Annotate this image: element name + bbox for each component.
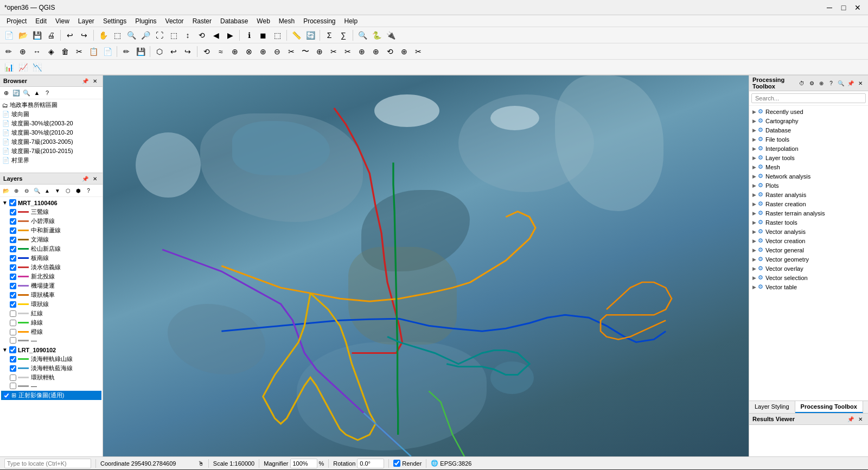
toolbox-tree-item[interactable]: ▶⚙Mesh: [750, 162, 867, 172]
browser-tree-item[interactable]: 📄村里界: [1, 156, 101, 165]
select-button[interactable]: ◼: [257, 29, 270, 42]
layer-checkbox[interactable]: [10, 301, 16, 308]
tab-processing-toolbox[interactable]: Processing Toolbox: [795, 401, 863, 413]
layer-checkbox[interactable]: [10, 374, 16, 381]
toolbox-history-button[interactable]: ⏱: [797, 79, 806, 87]
split-features-button[interactable]: ✂: [327, 45, 340, 58]
toolbox-tree-item[interactable]: ▶⚙Raster analysis: [750, 190, 867, 199]
layer-checkbox[interactable]: [10, 356, 16, 363]
refresh-button[interactable]: 🔄: [304, 29, 317, 42]
layer-item[interactable]: 文湖線: [1, 235, 101, 244]
layer-checkbox[interactable]: [10, 255, 16, 262]
split-parts-button[interactable]: ✂: [341, 45, 354, 58]
toolbox-tree-item[interactable]: ▶⚙Raster tools: [750, 218, 867, 227]
node-tool-button[interactable]: ◈: [44, 45, 58, 58]
layer-checkbox[interactable]: [10, 320, 16, 326]
browser-help-button[interactable]: ?: [42, 88, 52, 98]
group-checkbox[interactable]: [9, 199, 16, 206]
layer-checkbox[interactable]: [10, 209, 16, 215]
delete-selected-button[interactable]: 🗑: [59, 45, 72, 58]
layer-item[interactable]: 綠線: [1, 318, 101, 327]
toolbox-tree-item[interactable]: ▶⚙Vector selection: [750, 273, 867, 282]
delete-ring-button[interactable]: ⊖: [271, 45, 284, 58]
toolbox-tree-item[interactable]: ▶⚙Database: [750, 125, 867, 135]
toolbox-tree-item[interactable]: ▶⚙Raster creation: [750, 199, 867, 208]
toolbox-tree-item[interactable]: ▶⚙Vector table: [750, 282, 867, 291]
close-button[interactable]: ✕: [852, 2, 864, 14]
group-checkbox[interactable]: [9, 346, 16, 353]
toolbox-tree-item[interactable]: ▶⚙Raster terrain analysis: [750, 208, 867, 218]
layer-item[interactable]: 淡海輕軌綠山線: [1, 354, 101, 364]
move-up-button[interactable]: ▲: [42, 186, 52, 195]
rotate-button[interactable]: ⟲: [200, 45, 213, 58]
reshape-button[interactable]: 〜: [299, 45, 312, 58]
toolbox-tree-item[interactable]: ▶⚙File tools: [750, 135, 867, 144]
measure-button[interactable]: 📏: [290, 29, 303, 42]
zoom-last-button[interactable]: ◀: [209, 29, 222, 42]
collapse-all-button[interactable]: ⬢: [73, 186, 83, 195]
menu-item-settings[interactable]: Settings: [99, 16, 131, 26]
results-pin-button[interactable]: 📌: [846, 415, 855, 423]
browser-tree-item[interactable]: 📄坡向圖: [1, 110, 101, 119]
browser-collapse-button[interactable]: ▲: [32, 88, 42, 98]
layers-help-button[interactable]: ?: [84, 186, 93, 195]
move-feature-button[interactable]: ↔: [30, 45, 43, 58]
toolbox-tree-item[interactable]: ▶⚙Layer tools: [750, 153, 867, 162]
layer-checkbox[interactable]: [10, 292, 16, 298]
tab-layer-styling[interactable]: Layer Styling: [749, 401, 795, 413]
layer-item[interactable]: 環狀橘車: [1, 290, 101, 300]
save-project-button[interactable]: 💾: [30, 29, 43, 42]
add-ring-button[interactable]: ⊕: [228, 45, 241, 58]
browser-tree-item[interactable]: 📄坡度圖-30%坡(2003-20: [1, 119, 101, 128]
layer-checkbox[interactable]: [10, 237, 16, 243]
toggle-edit-button[interactable]: ✏: [120, 45, 133, 58]
menu-item-vector[interactable]: Vector: [161, 16, 188, 26]
delete-part-button[interactable]: ✂: [285, 45, 298, 58]
layer-checkbox[interactable]: [10, 329, 16, 335]
zoom-native-button[interactable]: ⟲: [195, 29, 208, 42]
zoom-selection-button[interactable]: ⬚: [167, 29, 180, 42]
zoom-full-button[interactable]: ⛶: [153, 29, 166, 42]
layer-item[interactable]: 松山新店線: [1, 244, 101, 253]
layer-item-selected[interactable]: ⊞正射影像圖(通用): [1, 391, 101, 400]
move-down-button[interactable]: ▼: [53, 186, 62, 195]
toolbox-pin-button[interactable]: 📌: [846, 79, 855, 87]
pan-button[interactable]: ✋: [97, 29, 110, 42]
layer-item[interactable]: 環狀輕軌: [1, 373, 101, 382]
toolbox-tree-item[interactable]: ▶⚙Recently used: [750, 107, 867, 116]
print-button[interactable]: 🖨: [44, 29, 58, 42]
layer-group-header[interactable]: ▼MRT_1100406: [1, 198, 101, 207]
menu-item-view[interactable]: View: [51, 16, 74, 26]
layer-checkbox[interactable]: [10, 283, 16, 289]
trim-extend-button[interactable]: ✂: [412, 45, 425, 58]
layer-item[interactable]: 紅線: [1, 309, 101, 318]
select-rect-button[interactable]: ⬚: [271, 29, 284, 42]
browser-tree-item[interactable]: 📄坡度圖-7級(2010-2015): [1, 147, 101, 156]
toolbox-tree-item[interactable]: ▶⚙Vector creation: [750, 236, 867, 245]
browser-tree-item[interactable]: 📄坡度圖-7級(2003-2005): [1, 137, 101, 147]
menu-item-mesh[interactable]: Mesh: [275, 16, 299, 26]
fill-ring-button[interactable]: ⊗: [242, 45, 256, 58]
stats-button[interactable]: Σ: [323, 29, 336, 42]
add-part-button[interactable]: ⊕: [257, 45, 270, 58]
copy-features-button[interactable]: 📋: [87, 45, 100, 58]
remove-layer-button[interactable]: ⊖: [22, 186, 31, 195]
layer-item[interactable]: —: [1, 336, 101, 344]
zoom-next-button[interactable]: ▶: [224, 29, 237, 42]
layer-checkbox[interactable]: [10, 246, 16, 252]
layer-item[interactable]: 淡水信義線: [1, 263, 101, 272]
layer-checkbox[interactable]: [10, 337, 16, 344]
menu-item-layer[interactable]: Layer: [74, 16, 99, 26]
maximize-button[interactable]: □: [838, 2, 850, 14]
open-layer-button[interactable]: 📂: [1, 186, 11, 195]
menu-item-raster[interactable]: Raster: [188, 16, 216, 26]
layer-item[interactable]: 機場捷運: [1, 281, 101, 290]
add-feature-button[interactable]: ⊕: [16, 45, 29, 58]
new-project-button[interactable]: 📄: [2, 29, 15, 42]
toolbox-tree-item[interactable]: ▶⚙Vector analysis: [750, 227, 867, 236]
layer-item[interactable]: 板南線: [1, 253, 101, 263]
layer-item[interactable]: 中和新蘆線: [1, 226, 101, 235]
layers-pin-button[interactable]: 📌: [81, 174, 90, 183]
save-edits-button[interactable]: 💾: [134, 45, 147, 58]
toolbox-search-button[interactable]: 🔍: [837, 79, 845, 87]
